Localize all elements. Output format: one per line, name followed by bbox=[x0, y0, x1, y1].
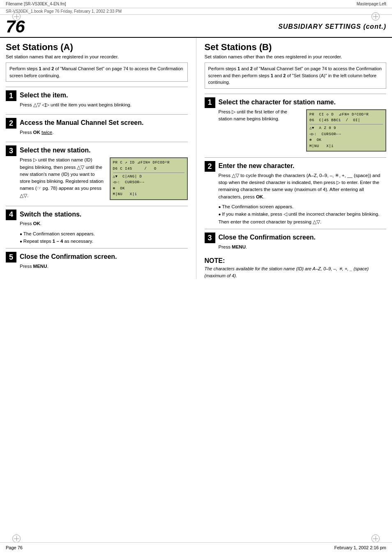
step3-title: Select the new station. bbox=[20, 145, 188, 155]
right-step-3: 3 Close the Confirmation screen. Press M… bbox=[205, 233, 387, 253]
step5-title: Close the Confirmation screen. bbox=[20, 252, 188, 261]
step1-body: Press △▽ ◁▷ until the item you want begi… bbox=[20, 101, 188, 108]
note-section: NOTE: The characters available for the s… bbox=[205, 257, 387, 279]
right-note-box: Perform steps 1 and 2 of "Manual Channel… bbox=[205, 62, 387, 89]
step1-content: Select the item. Press △▽ ◁▷ until the i… bbox=[20, 90, 188, 111]
step1-number: 1 bbox=[6, 90, 16, 101]
step4-bullet-1: The Confirmation screen appears. bbox=[20, 230, 188, 237]
left-note-box: Perform steps 1 and 2 of "Manual Channel… bbox=[6, 62, 188, 82]
page-title-bar: 76 SUBSIDIARY SETTINGS (cont.) bbox=[0, 15, 392, 38]
step1-title: Select the item. bbox=[20, 90, 188, 100]
step5-content: Close the Confirmation screen. Press MEN… bbox=[20, 252, 188, 272]
step3-number: 3 bbox=[6, 145, 16, 156]
step2-number: 2 bbox=[6, 118, 16, 129]
right-note-text: Perform steps 1 and 2 of "Manual Channel… bbox=[208, 66, 382, 85]
step4-title: Switch the stations. bbox=[20, 210, 188, 219]
step3-body: Press ▷ until the station name (ID) begi… bbox=[20, 157, 106, 199]
filename-label: Filename [SR-VS30EK_4-EN.fm] bbox=[6, 2, 66, 6]
step4-body: Press OK. bbox=[20, 220, 188, 227]
rstep2-title: Enter the new character. bbox=[219, 161, 387, 170]
left-note-text: Perform steps 1 and 2 of "Manual Channel… bbox=[9, 66, 183, 78]
step5-number: 5 bbox=[6, 252, 16, 263]
left-step-2: 2 Access the Manual Channel Set screen. … bbox=[6, 118, 188, 138]
right-subtext: Set station names other than the ones re… bbox=[205, 54, 387, 59]
step4-number: 4 bbox=[6, 210, 16, 220]
step2-content: Access the Manual Channel Set screen. Pr… bbox=[20, 118, 188, 138]
rstep2-content: Enter the new character. Press △▽ to cyc… bbox=[219, 161, 387, 226]
right-heading: Set Stations (B) bbox=[205, 42, 387, 53]
left-lcd-screen: PR C ↗ ID ⊿FIN≡ DFCOD²R D6 C I45 / O △▼ … bbox=[110, 157, 188, 200]
note-text: The characters available for the station… bbox=[205, 265, 387, 279]
step5-body: Press MENU. bbox=[20, 263, 188, 270]
step4-bullets: The Confirmation screen appears. Repeat … bbox=[20, 230, 188, 245]
right-lcd-screen: PR CI ◇ D ⊿FN≡ D²COD²R 06 C|45 BBC1 / OI… bbox=[306, 109, 386, 152]
print-info: SR-VS30EK_1.book Page 76 Friday, Februar… bbox=[0, 8, 392, 15]
top-header: Filename [SR-VS30EK_4-EN.fm] Masterpage:… bbox=[0, 0, 392, 8]
rstep2-bullets: The Confirmation screen appears. If you … bbox=[219, 203, 387, 226]
footer: Page 76 February 1, 2002 2:16 pm bbox=[0, 542, 392, 550]
right-column: Set Stations (B) Set station names other… bbox=[196, 38, 387, 279]
rstep3-title: Close the Confirmation screen. bbox=[219, 233, 387, 242]
left-step-5: 5 Close the Confirmation screen. Press M… bbox=[6, 252, 188, 272]
section-title: SUBSIDIARY SETTINGS (cont.) bbox=[278, 23, 386, 30]
left-subtext: Set station names that are registered in… bbox=[6, 54, 188, 59]
left-step-3: 3 Select the new station. Press ▷ until … bbox=[6, 145, 188, 202]
rstep3-number: 3 bbox=[205, 233, 215, 243]
rstep1-title: Select the character for station name. bbox=[219, 97, 387, 107]
step2-body: Press OK twice. bbox=[20, 129, 188, 136]
rstep2-bullet-1: The Confirmation screen appears. bbox=[219, 203, 387, 210]
step2-title: Access the Manual Channel Set screen. bbox=[20, 118, 188, 127]
left-step-1: 1 Select the item. Press △▽ ◁▷ until the… bbox=[6, 90, 188, 111]
footer-left: Page 76 bbox=[6, 545, 23, 550]
rstep1-body: Press ▷ until the first letter of the st… bbox=[219, 108, 302, 123]
step3-content: Select the new station. Press ▷ until th… bbox=[20, 145, 188, 202]
rstep2-bullet-2: If you make a mistake, press ◁ until the… bbox=[219, 210, 387, 226]
masterpage-label: Masterpage:Left bbox=[357, 2, 386, 6]
page-number: 76 bbox=[6, 18, 25, 35]
right-step-2: 2 Enter the new character. Press △▽ to c… bbox=[205, 161, 387, 226]
step4-content: Switch the stations. Press OK. The Confi… bbox=[20, 210, 188, 245]
rstep3-body: Press MENU. bbox=[219, 244, 387, 251]
footer-right: February 1, 2002 2:16 pm bbox=[334, 545, 386, 550]
rstep3-content: Close the Confirmation screen. Press MEN… bbox=[219, 233, 387, 253]
rstep1-number: 1 bbox=[205, 97, 215, 108]
left-step-4: 4 Switch the stations. Press OK. The Con… bbox=[6, 210, 188, 245]
rstep2-number: 2 bbox=[205, 161, 215, 172]
note-heading: NOTE: bbox=[205, 257, 387, 265]
rstep1-content: Select the character for station name. P… bbox=[219, 97, 387, 154]
right-step-1: 1 Select the character for station name.… bbox=[205, 97, 387, 154]
left-heading: Set Stations (A) bbox=[6, 42, 188, 53]
main-content: Set Stations (A) Set station names that … bbox=[0, 38, 392, 279]
step4-bullet-2: Repeat steps 1 – 4 as necessary. bbox=[20, 237, 188, 245]
left-column: Set Stations (A) Set station names that … bbox=[6, 38, 196, 279]
rstep2-body: Press △▽ to cycle through the characters… bbox=[219, 172, 387, 200]
